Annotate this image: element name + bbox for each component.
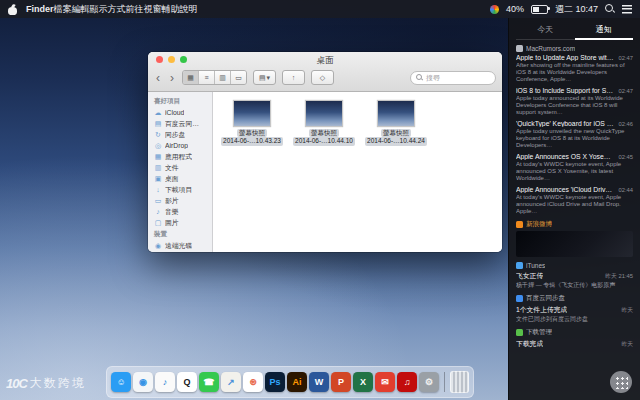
sidebar-item-label: 遠端光碟 — [165, 241, 192, 251]
sidebar-item-drive[interactable]: ▬BOOTCA… — [148, 251, 212, 252]
sidebar-item-label: 文件 — [165, 163, 179, 173]
dock-divider — [444, 372, 445, 392]
file-item[interactable]: 螢幕快照2014-06-…10.44.10 — [293, 100, 355, 146]
file-icon-view[interactable]: 螢幕快照2014-06-…10.43.23螢幕快照2014-06-…10.44.… — [213, 92, 502, 252]
dock-qq-icon[interactable]: Q — [177, 372, 197, 392]
apple-menu-icon[interactable] — [8, 4, 17, 15]
file-name-line1: 螢幕快照 — [381, 129, 411, 137]
dock-itunes-icon[interactable]: ♪ — [155, 372, 175, 392]
titlebar[interactable]: 桌面 — [148, 52, 502, 67]
nc-source-name: iTunes — [526, 262, 545, 269]
dock-system-preferences-icon[interactable]: ⚙ — [419, 372, 439, 392]
notification-item[interactable]: iOS 8 to Include Support for Syste…02:47… — [516, 87, 633, 116]
downloads-icon — [516, 329, 523, 336]
watermark-text: 大数跨境 — [30, 375, 86, 392]
nc-item-desc: At today's WWDC keynote event, Apple ann… — [516, 194, 633, 215]
menu-bar-status: 40% 週二 10:47 — [490, 3, 632, 16]
menu-item-3[interactable]: 顯示方式 — [90, 4, 126, 14]
nc-item-time: 昨天 — [621, 306, 633, 315]
file-thumbnail — [377, 100, 415, 127]
dock-word-icon[interactable]: W — [309, 372, 329, 392]
sidebar-item-applications[interactable]: ▦應用程式 — [148, 151, 212, 162]
sidebar-item-cloud[interactable]: ☁iCloud — [148, 107, 212, 118]
menu-item-1[interactable]: 檔案 — [54, 4, 72, 14]
nc-source-name: 百度云同步盘 — [526, 294, 565, 303]
tags-button[interactable]: ◇ — [311, 70, 334, 85]
status-app-icon[interactable] — [490, 5, 499, 14]
notification-item[interactable]: Apple Announces OS X Yosemite wi…02:45At… — [516, 153, 633, 182]
back-button[interactable]: ‹ — [154, 73, 162, 83]
dock-maps-icon[interactable]: ↗ — [221, 372, 241, 392]
nc-tab-今天[interactable]: 今天 — [516, 22, 575, 40]
menu-item-0[interactable]: Finder — [26, 4, 54, 14]
file-item[interactable]: 螢幕快照2014-06-…10.44.24 — [365, 100, 427, 146]
view-segmented-control: ▦≡▥▭ — [182, 70, 247, 85]
dock-photoshop-icon[interactable]: Ps — [265, 372, 285, 392]
sidebar-item-movies[interactable]: ▭影片 — [148, 195, 212, 206]
file-name-line2: 2014-06-…10.43.23 — [221, 137, 283, 145]
nc-item-time: 02:46 — [618, 121, 633, 127]
coverflow-view-button[interactable]: ▭ — [231, 71, 246, 84]
nc-item-desc: 文件已同步到百度云同步盘 — [516, 316, 633, 323]
sidebar-item-disc[interactable]: ◉遠端光碟 — [148, 240, 212, 251]
dock-illustrator-icon[interactable]: Ai — [287, 372, 307, 392]
file-name: 螢幕快照2014-06-…10.44.10 — [293, 129, 355, 146]
sidebar-item-label: 圖片 — [165, 218, 179, 228]
sidebar-item-folder[interactable]: ▤百度云同… — [148, 118, 212, 129]
list-view-button[interactable]: ≡ — [199, 71, 215, 84]
notification-item[interactable]: 下载完成昨天 — [516, 339, 633, 349]
search-input[interactable]: 搜尋 — [410, 71, 496, 85]
sidebar-item-downloads[interactable]: ↓下載項目 — [148, 184, 212, 195]
notification-item[interactable]: 1个文件上传完成昨天文件已同步到百度云同步盘 — [516, 305, 633, 323]
dock-excel-icon[interactable]: X — [353, 372, 373, 392]
dock-facetime-icon[interactable]: ☎ — [199, 372, 219, 392]
dock-foxmail-icon[interactable]: ✉ — [375, 372, 395, 392]
dock-powerpoint-icon[interactable]: P — [331, 372, 351, 392]
forward-button[interactable]: › — [168, 73, 176, 83]
sidebar-item-label: 同步盘 — [165, 130, 185, 140]
dock-photos-icon[interactable]: ⊛ — [243, 372, 263, 392]
menu-clock[interactable]: 週二 10:47 — [555, 3, 598, 16]
watermark-dots-logo — [610, 371, 632, 393]
nc-item-title: 下载完成 — [516, 339, 543, 349]
nc-section-header: iTunes — [516, 262, 633, 269]
sidebar-item-desktop[interactable]: ▣桌面 — [148, 173, 212, 184]
dock-safari-icon[interactable]: ◉ — [133, 372, 153, 392]
sidebar-item-pictures[interactable]: ▢圖片 — [148, 217, 212, 228]
file-item[interactable]: 螢幕快照2014-06-…10.43.23 — [221, 100, 283, 146]
sidebar-item-documents[interactable]: ▥文件 — [148, 162, 212, 173]
share-button[interactable]: ↑ — [282, 70, 305, 85]
dock-icons: ☺◉♪Q☎↗⊛PsAiWPX✉♫⚙ — [111, 372, 439, 392]
notification-center-icon[interactable] — [622, 5, 632, 14]
menu-item-2[interactable]: 編輯 — [72, 4, 90, 14]
desktop-screen: Finder檔案編輯顯示方式前往視窗輔助說明 40% 週二 10:47 桌面 ‹ — [0, 0, 640, 400]
dock-netease-music-icon[interactable]: ♫ — [397, 372, 417, 392]
sidebar-item-music[interactable]: ♪音樂 — [148, 206, 212, 217]
pictures-icon: ▢ — [154, 219, 162, 227]
menu-item-5[interactable]: 視窗 — [144, 4, 162, 14]
notification-item[interactable]: Apple Announces 'iCloud Drive' an…02:44A… — [516, 186, 633, 215]
nc-tab-通知[interactable]: 通知 — [575, 22, 634, 40]
nc-item-time: 昨天 21:45 — [605, 272, 633, 281]
menu-item-6[interactable]: 輔助說明 — [162, 4, 198, 14]
nc-item-time: 02:47 — [618, 55, 633, 61]
menu-item-4[interactable]: 前往 — [126, 4, 144, 14]
nc-item-time: 昨天 — [621, 340, 633, 349]
dock-finder-icon[interactable]: ☺ — [111, 372, 131, 392]
desktop-icon: ▣ — [154, 175, 162, 183]
sidebar-item-label: 桌面 — [165, 174, 179, 184]
nc-section-header: 下载管理 — [516, 328, 633, 337]
sidebar-item-airdrop[interactable]: ◎AirDrop — [148, 140, 212, 151]
icon-view-button[interactable]: ▦ — [183, 71, 199, 84]
trash-icon[interactable] — [450, 371, 469, 393]
column-view-button[interactable]: ▥ — [215, 71, 231, 84]
notification-item[interactable]: 'QuickType' Keyboard for iOS 8 Offe…02:4… — [516, 120, 633, 149]
sidebar-item-sync[interactable]: ↻同步盘 — [148, 129, 212, 140]
arrange-button[interactable]: ▤ ▾ — [253, 70, 276, 85]
notification-item[interactable]: 飞女正传昨天 21:45杨千嬅 — 专辑《飞女正传》电影原声 — [516, 271, 633, 289]
sidebar-item-label: AirDrop — [165, 142, 188, 149]
toolbar: ‹ › ▦≡▥▭ ▤ ▾ ↑ ◇ 搜尋 — [148, 67, 502, 91]
notification-item[interactable]: Apple to Update App Store with Ap…02:47A… — [516, 54, 633, 83]
spotlight-icon[interactable] — [605, 4, 615, 14]
cloud-icon: ☁ — [154, 109, 162, 117]
